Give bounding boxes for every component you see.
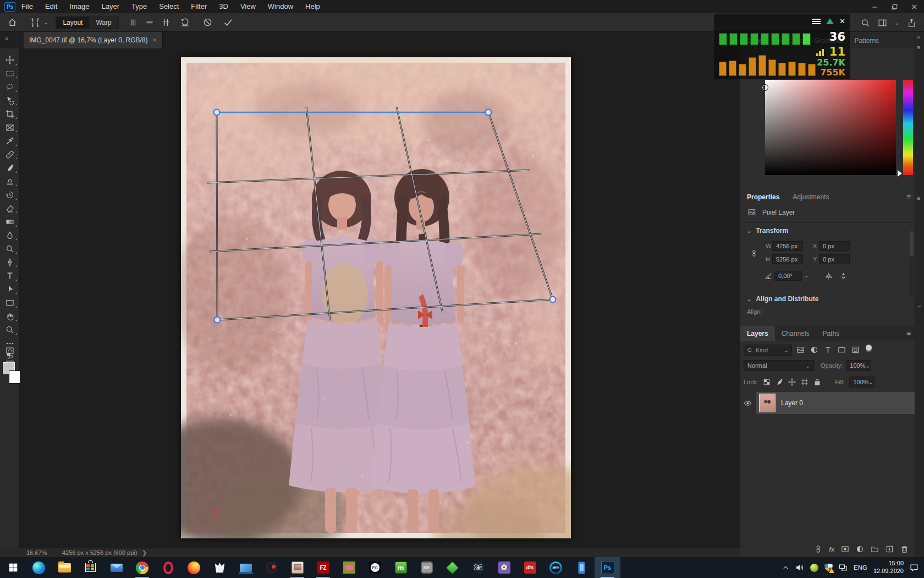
taskbar-store[interactable] bbox=[78, 557, 103, 578]
new-group-icon[interactable] bbox=[871, 545, 879, 553]
network-tray-icon[interactable] bbox=[839, 563, 848, 572]
document-photo[interactable] bbox=[181, 57, 571, 538]
maximize-button[interactable] bbox=[884, 0, 904, 13]
taskbar-subtitle-edit[interactable]: SE bbox=[414, 557, 439, 578]
angle-dropdown-icon[interactable]: ⌄ bbox=[804, 272, 809, 279]
language-indicator[interactable]: ENG bbox=[854, 564, 867, 571]
taskbar-edge[interactable] bbox=[26, 557, 52, 578]
filter-adjustment-layers-icon[interactable] bbox=[810, 346, 818, 354]
tab-paths[interactable]: Paths bbox=[816, 326, 846, 341]
taskbar-mail[interactable] bbox=[103, 557, 129, 578]
tool-eraser[interactable] bbox=[0, 202, 20, 216]
taskbar-photo-viewer[interactable] bbox=[284, 557, 310, 578]
tool-rectangle[interactable] bbox=[0, 296, 20, 310]
taskbar-media-dot[interactable] bbox=[258, 557, 284, 578]
y-field[interactable]: 0 px bbox=[819, 254, 850, 264]
layout-mode-button[interactable]: Layout bbox=[56, 17, 89, 28]
tool-blur[interactable] bbox=[0, 229, 20, 243]
layers-menu-icon[interactable]: ≡ bbox=[906, 329, 911, 337]
properties-menu-icon[interactable]: ≡ bbox=[906, 193, 911, 201]
zoom-level[interactable]: 16,67% bbox=[26, 549, 47, 556]
close-button[interactable] bbox=[904, 0, 924, 13]
taskbar-foobar2000[interactable] bbox=[207, 557, 233, 578]
menu-3d[interactable]: 3D bbox=[213, 0, 234, 13]
taskbar-atom-tool[interactable] bbox=[465, 557, 491, 578]
layer-name[interactable]: Layer 0 bbox=[781, 399, 803, 407]
tool-lasso[interactable] bbox=[0, 80, 20, 94]
document-tab[interactable]: IMG_0047.tif @ 16,7% (Layer 0, RGB/8) × bbox=[24, 32, 163, 48]
dock-collapse-icon[interactable]: » bbox=[917, 34, 920, 40]
taskbar-photoshop[interactable]: Ps bbox=[595, 557, 620, 578]
lock-all-icon[interactable] bbox=[813, 378, 821, 386]
layer-filter-kind[interactable]: Kind ⌄ bbox=[744, 345, 792, 356]
properties-scrollbar[interactable] bbox=[910, 231, 914, 297]
taskbar-clock[interactable]: 15:00 12.09.2020 bbox=[873, 560, 904, 575]
action-center-icon[interactable] bbox=[910, 563, 919, 572]
filter-smart-objects-icon[interactable] bbox=[851, 346, 860, 354]
grid-columns-button[interactable] bbox=[129, 18, 138, 27]
tool-object-selection[interactable] bbox=[0, 94, 20, 108]
tool-eyedropper[interactable] bbox=[0, 134, 20, 148]
menu-window[interactable]: Window bbox=[262, 0, 299, 13]
menu-filter[interactable]: Filter bbox=[185, 0, 213, 13]
angle-field[interactable]: 0,00° bbox=[774, 271, 802, 281]
tab-properties[interactable]: Properties bbox=[747, 193, 779, 201]
taskbar-chrome[interactable] bbox=[129, 557, 155, 578]
home-button[interactable] bbox=[8, 18, 17, 27]
fill-field[interactable]: 100%⌄ bbox=[849, 377, 875, 388]
canvas-area[interactable] bbox=[20, 48, 740, 548]
filter-pixel-layers-icon[interactable] bbox=[796, 346, 805, 354]
menu-image[interactable]: Image bbox=[63, 0, 95, 13]
taskbar-firefox[interactable] bbox=[181, 557, 207, 578]
hue-slider-arrow-icon[interactable] bbox=[898, 170, 902, 177]
tool-frame[interactable] bbox=[0, 121, 20, 135]
volume-icon[interactable] bbox=[795, 563, 804, 572]
menu-layer[interactable]: Layer bbox=[96, 0, 126, 13]
lock-transparency-icon[interactable] bbox=[763, 378, 771, 386]
tool-dodge[interactable] bbox=[0, 242, 20, 256]
menu-select[interactable]: Select bbox=[153, 0, 185, 13]
taskbar-image-editor[interactable] bbox=[336, 557, 362, 578]
lock-pixels-icon[interactable] bbox=[776, 378, 783, 386]
link-dimensions-icon[interactable] bbox=[750, 242, 758, 264]
taskbar-fastcopy[interactable]: FC bbox=[362, 557, 388, 578]
search-icon[interactable] bbox=[861, 18, 870, 28]
layer-style-icon[interactable]: fx bbox=[829, 546, 834, 553]
add-mask-icon[interactable] bbox=[841, 545, 849, 553]
height-field[interactable]: 5256 px bbox=[772, 254, 803, 264]
tool-brush[interactable] bbox=[0, 161, 20, 175]
link-layers-icon[interactable] bbox=[814, 545, 822, 553]
document-tab-close-icon[interactable]: × bbox=[153, 36, 157, 44]
lock-artboard-icon[interactable] bbox=[801, 378, 809, 386]
layer-visibility-toggle[interactable] bbox=[740, 392, 756, 414]
grid-rows-button[interactable] bbox=[145, 18, 154, 27]
workspace-chevron-icon[interactable]: ⌄ bbox=[895, 20, 899, 26]
tool-zoom[interactable] bbox=[0, 323, 20, 337]
tool-gradient[interactable] bbox=[0, 215, 20, 229]
tool-hand[interactable] bbox=[0, 310, 20, 324]
share-icon[interactable] bbox=[907, 18, 916, 28]
tab-adjustments[interactable]: Adjustments bbox=[793, 193, 829, 201]
dock-chevron-icon[interactable]: ⌄ bbox=[917, 302, 922, 309]
taskbar-converter[interactable] bbox=[439, 557, 465, 578]
tray-expand-icon[interactable] bbox=[782, 564, 789, 571]
layer-thumbnail[interactable] bbox=[759, 394, 776, 412]
taskbar-mkvtoolnix[interactable]: m bbox=[388, 557, 414, 578]
blend-mode-select[interactable]: Normal⌄ bbox=[744, 360, 814, 371]
menu-help[interactable]: Help bbox=[299, 0, 326, 13]
transform-section-header[interactable]: ⌄Transform bbox=[747, 227, 788, 235]
taskbar-remote-desktop[interactable] bbox=[233, 557, 258, 578]
overlay-triangle-icon[interactable] bbox=[826, 18, 834, 24]
new-layer-icon[interactable] bbox=[886, 545, 894, 553]
menu-type[interactable]: Type bbox=[125, 0, 153, 13]
tool-type[interactable] bbox=[0, 269, 20, 283]
tool-crop[interactable] bbox=[0, 107, 20, 121]
width-field[interactable]: 4256 px bbox=[772, 241, 803, 251]
status-chevron-icon[interactable]: ❯ bbox=[142, 549, 147, 557]
delete-layer-icon[interactable] bbox=[900, 545, 909, 553]
tool-pen[interactable] bbox=[0, 256, 20, 270]
minimize-button[interactable] bbox=[865, 0, 884, 13]
lock-position-icon[interactable] bbox=[788, 378, 796, 386]
taskbar-filezilla[interactable]: FZ bbox=[310, 557, 336, 578]
tool-history-brush[interactable] bbox=[0, 188, 20, 202]
